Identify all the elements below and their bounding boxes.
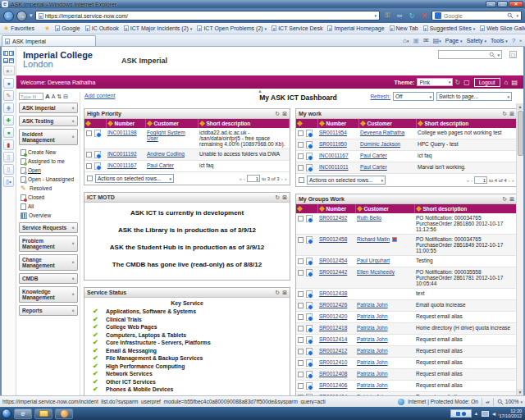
close-widget-icon[interactable]: ⊠ [282,194,287,201]
filter-icon[interactable] [297,206,303,212]
customer-link[interactable]: Patrizia John [357,382,388,388]
address-url[interactable]: https://imperial.service-now.com/ [45,13,373,19]
column-header-customer[interactable]: Customer [355,204,414,213]
actions-select[interactable]: Actions on selected rows...▾ [95,174,174,183]
home-icon[interactable]: ⌂▾ [403,37,409,44]
globe-icon[interactable]: ● [3,78,14,89]
customer-link[interactable]: Patrizia John [357,313,388,319]
taskbar-media-player-button[interactable] [55,409,73,419]
customer-link[interactable]: Ruth Bello [357,215,381,221]
sidebar-section-ask-imperial[interactable]: ASK Imperial» [19,103,78,113]
record-number-link[interactable]: SR0012414 [319,336,347,342]
row-checkbox[interactable] [298,142,304,148]
column-header-customer[interactable]: Customer [145,119,198,128]
window-layout-icon[interactable] [9,51,14,56]
row-checkbox[interactable] [298,258,304,264]
row-checkbox[interactable] [298,326,304,331]
refresh-widget-icon[interactable]: ↻ [275,194,280,201]
customer-link[interactable]: Patrizia John [357,302,388,308]
theme-select[interactable]: Pink▾ [417,78,453,86]
sidebar-item-overview[interactable]: Overview [21,211,78,220]
refresh-widget-icon[interactable]: ↻ [275,111,280,117]
filter-icon[interactable] [297,121,303,126]
row-checkbox[interactable] [298,314,304,320]
tools-menu[interactable]: Tools ▾ [491,38,508,43]
add-favorite-icon[interactable]: ★ [44,25,50,32]
close-widget-icon[interactable]: ⊠ [282,111,287,117]
preview-icon[interactable] [306,382,313,390]
next-page-icon[interactable]: › [509,178,510,183]
row-checkbox[interactable] [298,270,304,276]
refresh-widget-icon[interactable]: ↻ [275,290,280,296]
preview-icon[interactable] [306,258,313,265]
preview-icon[interactable] [306,236,313,244]
dashboard-scrollbar[interactable]: ▲ ▼ [516,103,523,395]
preview-icon[interactable] [306,371,313,378]
record-number-link[interactable]: INC0011167 [107,162,137,168]
window-layout-icon[interactable] [9,58,14,63]
window-layout-icon[interactable] [3,51,8,56]
search-input[interactable]: Google [444,13,504,19]
search-icon[interactable] [507,12,514,19]
customer-link[interactable]: Richard Matin [357,236,390,242]
column-header-customer[interactable]: Customer [358,119,416,128]
close-widget-icon[interactable]: ⊠ [509,111,514,117]
page-number-input[interactable]: 1 [474,176,487,184]
record-number-link[interactable]: INC0011192 [107,151,137,157]
scroll-up-icon[interactable]: ▲ [517,103,523,110]
column-header-short-description[interactable]: Short description [198,119,290,128]
refresh-widget-icon[interactable]: ↻ [502,196,507,203]
favorites-link[interactable]: eICT Service Desk [272,25,322,31]
back-button[interactable]: ← [3,11,14,21]
record-number-link[interactable]: SR0012418 [319,325,347,331]
preview-icon[interactable] [306,141,313,148]
row-checkbox[interactable] [86,152,92,158]
refresh-widget-icon[interactable]: ↻ [502,111,507,117]
print-icon[interactable]: ▤ [511,79,518,86]
row-checkbox[interactable] [298,349,304,354]
collapse-banner-icon[interactable]: ▢ [463,79,470,86]
network-icon[interactable] [482,411,489,417]
customer-link[interactable]: Paul Carter [147,162,174,168]
refresh-interval-select[interactable]: Off▾ [393,92,434,101]
refresh-button[interactable]: ↻ [407,11,417,21]
chevron-more-icon[interactable]: » [519,38,522,43]
favorites-link[interactable]: eNew Tab [390,25,418,31]
favorites-link[interactable]: eIC Outlook [85,25,119,31]
favorites-link[interactable]: eImperial Homepage [327,25,384,31]
customer-link[interactable]: Deveena Rathatha [360,130,404,135]
favorites-link[interactable]: eICT Open Problems (2)▾ [197,25,267,31]
customer-link[interactable]: Paul Carter [360,153,387,158]
row-checkbox[interactable] [298,383,304,389]
stop-button[interactable]: ✕ [419,11,429,21]
font-decrease-icon[interactable]: A [52,94,56,99]
switch-page-select[interactable]: Switch to page...▾ [436,92,512,101]
record-number-link[interactable]: SR0012410 [319,359,347,365]
last-page-icon[interactable]: » [512,178,514,183]
print-icon[interactable]: ▤▾ [433,37,441,44]
preview-icon[interactable] [306,348,313,355]
close-widget-icon[interactable]: ⊠ [282,290,287,296]
record-number-link[interactable]: SR0012458 [319,236,347,242]
sidebar-section-problem-management[interactable]: Problem Management» [19,235,78,252]
search-scope-dropdown-icon[interactable]: ▾ [497,52,500,57]
taskbar-clock[interactable]: 12:20 17/10/2012 [499,409,523,419]
favorites-button[interactable]: ★ Favorites [3,25,34,32]
history-dropdown-icon[interactable]: ▾ [30,12,33,19]
search-icon[interactable] [489,52,495,58]
sidebar-section-service-requests[interactable]: Service Requests» [19,222,78,233]
row-checkbox[interactable] [298,216,304,221]
forward-button[interactable]: → [16,11,27,21]
row-checkbox[interactable] [298,237,304,243]
column-header-number[interactable]: Number [106,119,145,128]
favorites-link[interactable]: eSuggested Sites▾ [423,25,476,31]
prev-page-icon[interactable]: ‹ [244,176,245,181]
sidebar-item-open[interactable]: Open [21,166,78,175]
favorites-link[interactable]: eGoogle [55,25,80,31]
sidebar-item-open-unassigned[interactable]: Open - Unassigned [21,175,78,184]
record-number-link[interactable]: SR0012412 [319,348,347,354]
preview-icon[interactable] [306,359,313,367]
search-box[interactable]: Google ▾ [431,11,522,21]
actions-select[interactable]: Actions on selected rows...▾ [307,176,386,185]
next-page-icon[interactable]: › [281,176,283,181]
